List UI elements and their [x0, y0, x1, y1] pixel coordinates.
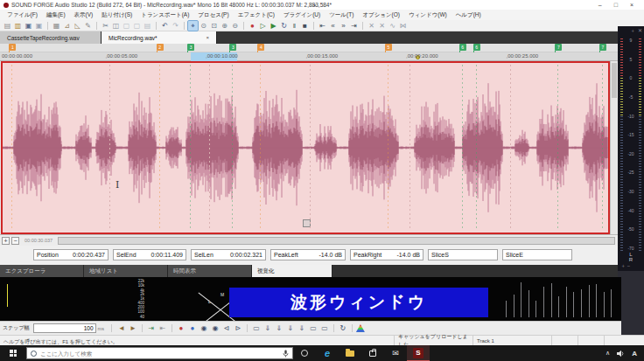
open-file-icon[interactable]: ▥ — [13, 21, 23, 31]
soundforge-taskbar-button[interactable]: S — [407, 345, 430, 361]
mail-button[interactable]: ✉ — [384, 345, 407, 361]
cut-icon[interactable]: ✂ — [101, 21, 110, 31]
input-monitor-icon[interactable]: ● — [187, 323, 198, 334]
cortana-icon[interactable] — [31, 351, 37, 357]
vertical-scrollbar-thumb[interactable] — [612, 63, 617, 98]
store-button[interactable] — [361, 345, 384, 361]
save-as-icon[interactable]: ▣ — [34, 21, 44, 31]
menu-item-8[interactable]: ツール(T) — [325, 10, 358, 20]
menu-item-4[interactable]: トランスポート(A) — [136, 10, 193, 20]
record-arm-icon[interactable]: ● — [176, 323, 186, 334]
zoom-selection-icon[interactable]: ⊡ — [209, 21, 219, 31]
display-mode-2-icon[interactable]: ⇓ — [262, 323, 273, 334]
panel-close-icon[interactable]: × — [313, 3, 317, 8]
task-view-button[interactable] — [293, 345, 316, 361]
display-mode-6-icon[interactable]: ▭ — [308, 323, 318, 334]
marker-flag-6[interactable]: 6 — [459, 44, 466, 51]
menu-item-0[interactable]: ファイル(F) — [3, 10, 42, 20]
stop-icon[interactable]: ■ — [300, 21, 310, 31]
step-width-input[interactable] — [33, 323, 96, 333]
record-icon[interactable]: ● — [248, 21, 257, 31]
marker-flag-4[interactable]: 4 — [257, 44, 264, 51]
file-explorer-button[interactable] — [339, 345, 361, 361]
redo-icon[interactable]: ↷ — [171, 21, 180, 31]
document-tab-0[interactable]: CassetteTapeRecording.wav — [0, 31, 102, 44]
waveform-window[interactable]: I — [1, 61, 610, 234]
show-hidden-icons-chevron[interactable]: ∧ — [606, 350, 610, 357]
ime-indicator[interactable]: A — [632, 350, 637, 358]
paste-special-icon[interactable]: ▢ — [132, 21, 142, 31]
prev-marker-icon[interactable]: ◄ — [116, 323, 127, 334]
tab-close-icon[interactable]: × — [206, 35, 209, 40]
zoom-out-button[interactable]: − — [11, 237, 19, 245]
copy-icon[interactable]: ◫ — [111, 21, 121, 31]
menu-item-1[interactable]: 編集(E) — [42, 10, 70, 20]
crossfade-tool-icon[interactable]: ⋈ — [398, 21, 408, 31]
menu-item-5[interactable]: プロセス(P) — [193, 10, 233, 20]
status-field-sellen[interactable]: SelLen0:00:02.321 — [191, 249, 266, 260]
display-mode-3-icon[interactable]: ⇓ — [274, 323, 284, 334]
horizontal-scrollbar-thumb[interactable] — [58, 237, 615, 245]
view-eye-left-icon[interactable]: ◉ — [199, 323, 209, 334]
start-button[interactable] — [0, 345, 26, 361]
taskbar-search-box[interactable] — [26, 347, 293, 359]
display-mode-1-icon[interactable]: ▭ — [251, 323, 262, 334]
panel-tab-2[interactable]: 時間表示 — [168, 265, 252, 277]
marker-flag-6[interactable]: 6 — [473, 44, 480, 51]
minimize-icon[interactable]: – — [598, 0, 602, 10]
envelope-tool-icon[interactable]: ∿ — [388, 21, 397, 31]
status-field-peakleft[interactable]: PeakLeft-14.0 dB — [270, 249, 346, 260]
menu-item-10[interactable]: ウィンドウ(W) — [404, 10, 452, 20]
menu-item-6[interactable]: エフェクト(C) — [234, 10, 279, 20]
magnify-tool-icon[interactable]: ⊙ — [199, 21, 208, 31]
visualization-panel[interactable]: 波形ウィンドウ 22k10k4k2k1k40020010040ML — [0, 277, 621, 321]
meter-footer-controls[interactable]: ＋ − — [620, 262, 630, 270]
file-properties-icon[interactable]: ▦ — [52, 21, 61, 31]
event-tool-a-icon[interactable]: ✕ — [367, 21, 376, 31]
menu-item-7[interactable]: プラグイン(U) — [279, 10, 325, 20]
menu-item-11[interactable]: ヘルプ(H) — [452, 10, 486, 20]
search-input[interactable] — [40, 351, 279, 357]
marker-flag-5[interactable]: 5 — [385, 44, 392, 51]
marker-flag-1[interactable]: 1 — [9, 44, 16, 51]
zoom-out-icon[interactable]: ⊖ — [230, 21, 240, 31]
pause-icon[interactable]: ‖ — [290, 21, 299, 31]
document-tab-1[interactable]: MicRecording.wav*× — [102, 31, 217, 44]
maximize-icon[interactable]: □ — [614, 0, 618, 10]
play-all-icon[interactable]: ▷ — [258, 21, 268, 31]
go-to-end-icon[interactable]: ⇥ — [349, 21, 359, 31]
play-icon[interactable]: ▶ — [269, 21, 278, 31]
new-file-icon[interactable]: ▤ — [3, 21, 12, 31]
meter-pin-icon[interactable]: ＋ — [630, 27, 635, 35]
panel-tab-0[interactable]: エクスプローラ — [0, 265, 84, 277]
display-mode-7-icon[interactable]: ▭ — [319, 323, 330, 334]
sonogram-palette-icon[interactable] — [356, 324, 365, 332]
event-tool-b-icon[interactable]: ✕ — [377, 21, 387, 31]
status-field-peakright[interactable]: PeakRight-14.0 dB — [350, 249, 424, 260]
edge-browser-button[interactable]: e — [316, 345, 339, 361]
panel-tab-3[interactable]: 視覚化 — [252, 265, 332, 277]
close-icon[interactable]: × — [630, 0, 634, 10]
status-field-slicee[interactable]: SliceE — [502, 249, 572, 260]
status-field-selend[interactable]: SelEnd0:00:11.409 — [113, 249, 186, 260]
mix-icon[interactable]: ▤ — [143, 21, 152, 31]
pencil-tool-icon[interactable]: ✎ — [83, 21, 93, 31]
display-mode-4-icon[interactable]: ⇓ — [285, 323, 296, 334]
status-field-slices[interactable]: SliceS — [428, 249, 498, 260]
marker-flag-3[interactable]: 3 — [187, 44, 194, 51]
save-file-icon[interactable]: ▣ — [24, 21, 33, 31]
loop-playback-icon[interactable]: ↻ — [279, 21, 289, 31]
menu-item-9[interactable]: オプション(O) — [358, 10, 404, 20]
edit-tool-icon[interactable]: ⌖ — [188, 21, 198, 31]
paste-icon[interactable]: ▢ — [122, 21, 131, 31]
display-mode-5-icon[interactable]: ⇓ — [297, 323, 307, 334]
speaker-left-icon[interactable]: ⊲ — [221, 323, 232, 334]
in-point-icon[interactable]: ⇥ — [146, 323, 157, 334]
undo-icon[interactable]: ↶ — [160, 21, 170, 31]
refresh-icon[interactable]: ↻ — [338, 323, 348, 334]
microphone-icon[interactable] — [283, 345, 289, 361]
next-marker-icon[interactable]: ► — [128, 323, 138, 334]
meter-close-icon[interactable]: ✕ — [638, 27, 642, 35]
speaker-right-icon[interactable]: ⊳ — [233, 323, 243, 334]
marker-flag-7[interactable]: 7 — [599, 44, 606, 51]
